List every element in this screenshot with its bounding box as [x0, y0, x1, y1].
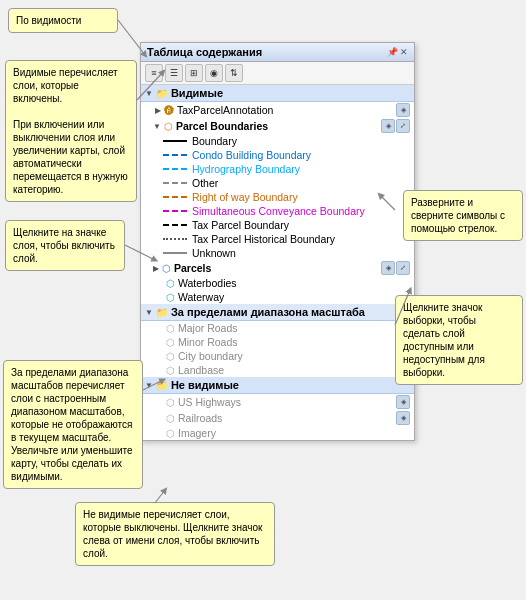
- boundary-name: Boundary: [192, 135, 237, 147]
- waterbodies-name: Waterbodies: [178, 277, 410, 289]
- simconv-symbol: [163, 210, 187, 213]
- sublayer-hydro[interactable]: Hydrography Boundary: [141, 162, 414, 176]
- invisible-expand-icon[interactable]: ▼: [145, 381, 153, 390]
- category-invisible: ▼ 📁 Не видимые: [141, 377, 414, 394]
- ushighways-icon: ⬡: [166, 397, 175, 408]
- toolbar-eye-btn[interactable]: ◉: [205, 64, 223, 82]
- waterway-icon: ⬡: [166, 292, 175, 303]
- layer-taxparcelannotation[interactable]: ▶ 🅐 TaxParcelAnnotation ◈: [141, 102, 414, 118]
- hydro-name: Hydrography Boundary: [192, 163, 300, 175]
- callout-expand-text: Разверните и сверните символы с помощью …: [411, 197, 505, 234]
- layer-ushighways[interactable]: ⬡ US Highways ◈: [141, 394, 414, 410]
- sublayer-row[interactable]: Right of way Boundary: [141, 190, 414, 204]
- ushighways-name: US Highways: [178, 396, 393, 408]
- other-name: Other: [192, 177, 218, 189]
- layer-parcels[interactable]: ▶ ⬡ Parcels ◈ ⤢: [141, 260, 414, 276]
- ushighways-select-icon[interactable]: ◈: [396, 395, 410, 409]
- parcels-select-icon[interactable]: ◈: [381, 261, 395, 275]
- callout-visibility-text: По видимости: [16, 15, 81, 26]
- outofscale-folder-icon: 📁: [156, 307, 168, 318]
- hydro-symbol: [163, 168, 187, 171]
- visible-label: Видимые: [171, 87, 223, 99]
- category-outofscale: ▼ 📁 За пределами диапазона масштаба: [141, 304, 414, 321]
- outofscale-expand-icon[interactable]: ▼: [145, 308, 153, 317]
- parcels-actions: ◈ ⤢: [381, 261, 410, 275]
- taxparcel-boundary-symbol: [163, 224, 187, 227]
- railroads-actions: ◈: [396, 411, 410, 425]
- parcelboundaries-select-icon[interactable]: ◈: [381, 119, 395, 133]
- toc-toolbar: ≡ ☰ ⊞ ◉ ⇅: [141, 62, 414, 85]
- toolbar-arrange-btn[interactable]: ⇅: [225, 64, 243, 82]
- callout-visible-text: Видимые перечисляет слои, которые включе…: [13, 67, 128, 195]
- invisible-label: Не видимые: [171, 379, 239, 391]
- layer-minorroads[interactable]: ⬡ Minor Roads: [141, 335, 414, 349]
- visible-expand-icon[interactable]: ▼: [145, 89, 153, 98]
- toolbar-list2-btn[interactable]: ☰: [165, 64, 183, 82]
- cityboundary-icon: ⬡: [166, 351, 175, 362]
- parcels-expand-icon[interactable]: ▶: [153, 264, 159, 273]
- waterway-name: Waterway: [178, 291, 410, 303]
- unknown-symbol: [163, 252, 187, 255]
- visible-folder-icon: 📁: [156, 88, 168, 99]
- outofscale-label: За пределами диапазона масштаба: [171, 306, 365, 318]
- sublayer-simconv[interactable]: Simultaneous Conveyance Boundary: [141, 204, 414, 218]
- waterbodies-icon: ⬡: [166, 278, 175, 289]
- toc-pin-btn[interactable]: 📌: [387, 47, 398, 57]
- layer-landbase[interactable]: ⬡ Landbase: [141, 363, 414, 377]
- layer-waterbodies[interactable]: ⬡ Waterbodies: [141, 276, 414, 290]
- callout-outofscale-text: За пределами диапазона масштабов перечис…: [11, 367, 133, 482]
- sublayer-taxhistorical[interactable]: Tax Parcel Historical Boundary: [141, 232, 414, 246]
- sublayer-boundary[interactable]: Boundary: [141, 134, 414, 148]
- sublayer-unknown[interactable]: Unknown: [141, 246, 414, 260]
- cityboundary-name: City boundary: [178, 350, 410, 362]
- row-name: Right of way Boundary: [192, 191, 298, 203]
- callout-invisible-text: Не видимые перечисляет слои, которые вык…: [83, 509, 262, 559]
- taxhist-symbol: [163, 238, 187, 241]
- toolbar-list-btn[interactable]: ≡: [145, 64, 163, 82]
- layer-majorroads[interactable]: ⬡ Major Roads: [141, 321, 414, 335]
- parcelboundaries-expand-icon[interactable]: ▼: [153, 122, 161, 131]
- landbase-icon: ⬡: [166, 365, 175, 376]
- minorroads-icon: ⬡: [166, 337, 175, 348]
- simconv-name: Simultaneous Conveyance Boundary: [192, 205, 365, 217]
- taxhist-name: Tax Parcel Historical Boundary: [192, 233, 335, 245]
- callout-layers: Видимые перечисляет слои, которые включе…: [5, 60, 137, 202]
- layer-waterway[interactable]: ⬡ Waterway: [141, 290, 414, 304]
- toc-titlebar: Таблица содержания 📌 ✕: [141, 43, 414, 62]
- taxparcel-expand-icon[interactable]: ▶: [155, 106, 161, 115]
- parcels-zoom-icon[interactable]: ⤢: [396, 261, 410, 275]
- taxparcel-select-icon[interactable]: ◈: [396, 103, 410, 117]
- boundary-symbol: [163, 140, 187, 143]
- layer-imagery[interactable]: ⬡ Imagery: [141, 426, 414, 440]
- ushighways-actions: ◈: [396, 395, 410, 409]
- layer-cityboundary[interactable]: ⬡ City boundary: [141, 349, 414, 363]
- majorroads-icon: ⬡: [166, 323, 175, 334]
- sublayer-taxparcel[interactable]: Tax Parcel Boundary: [141, 218, 414, 232]
- imagery-icon: ⬡: [166, 428, 175, 439]
- callout-select: Щелкните значок выборки, чтобы сделать с…: [395, 295, 523, 385]
- taxparcel-icon: 🅐: [164, 105, 174, 116]
- railroads-select-icon[interactable]: ◈: [396, 411, 410, 425]
- toc-panel: Таблица содержания 📌 ✕ ≡ ☰ ⊞ ◉ ⇅ ▼ 📁 Вид…: [140, 42, 415, 441]
- toolbar-list3-btn[interactable]: ⊞: [185, 64, 203, 82]
- toc-close-btn[interactable]: ✕: [400, 47, 408, 57]
- layer-railroads[interactable]: ⬡ Railroads ◈: [141, 410, 414, 426]
- row-symbol: [163, 196, 187, 199]
- callout-select-text: Щелкните значок выборки, чтобы сделать с…: [403, 302, 485, 378]
- taxparcel-name: TaxParcelAnnotation: [177, 104, 393, 116]
- callout-invisible: Не видимые перечисляет слои, которые вык…: [75, 502, 275, 566]
- toc-title: Таблица содержания: [147, 46, 262, 58]
- railroads-name: Railroads: [178, 412, 393, 424]
- layer-parcelboundaries[interactable]: ▼ ⬡ Parcel Boundaries ◈ ⤢: [141, 118, 414, 134]
- sublayer-other[interactable]: Other: [141, 176, 414, 190]
- parcels-name: Parcels: [174, 262, 378, 274]
- railroads-icon: ⬡: [166, 413, 175, 424]
- callout-toggle: Щелкните на значке слоя, чтобы включить …: [5, 220, 125, 271]
- parcelboundaries-zoom-icon[interactable]: ⤢: [396, 119, 410, 133]
- callout-visibility: По видимости: [8, 8, 118, 33]
- imagery-name: Imagery: [178, 427, 410, 439]
- parcelboundaries-icon: ⬡: [164, 121, 173, 132]
- invisible-folder-icon: 📁: [156, 380, 168, 391]
- other-symbol: [163, 182, 187, 185]
- sublayer-condo[interactable]: Condo Building Boundary: [141, 148, 414, 162]
